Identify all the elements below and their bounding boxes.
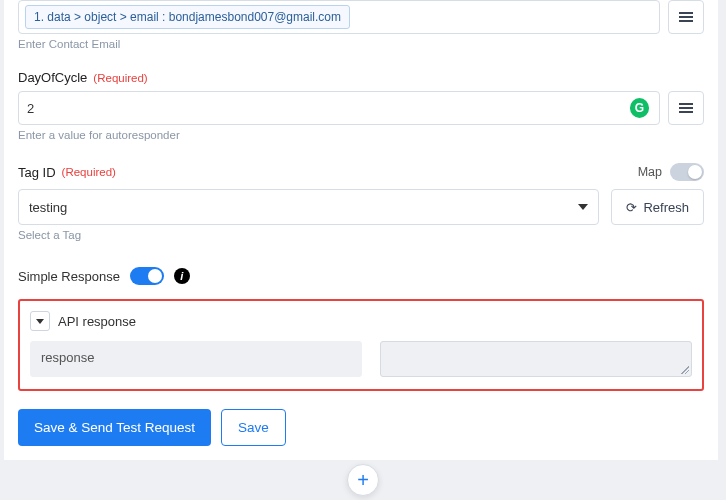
helper-text: Enter a value for autoresponder xyxy=(18,129,704,141)
required-marker: (Required) xyxy=(93,72,147,84)
required-marker: (Required) xyxy=(62,166,116,178)
label-text: Tag ID xyxy=(18,165,56,180)
form-panel: 1. data > object > email : bondjamesbond… xyxy=(4,0,718,460)
menu-icon xyxy=(679,103,693,113)
tag-id-field: Tag ID (Required) Map testing ⟳ Refresh xyxy=(18,163,704,241)
day-of-cycle-input[interactable]: G xyxy=(18,91,660,125)
expand-button[interactable] xyxy=(30,311,50,331)
menu-button[interactable] xyxy=(668,91,704,125)
field-label: Tag ID (Required) xyxy=(18,165,116,180)
tag-id-select[interactable]: testing xyxy=(18,189,599,225)
chevron-down-icon xyxy=(578,204,588,210)
map-toggle[interactable] xyxy=(670,163,704,181)
save-send-test-button[interactable]: Save & Send Test Request xyxy=(18,409,211,446)
select-value: testing xyxy=(29,200,67,215)
api-response-title: API response xyxy=(58,314,136,329)
data-pill[interactable]: 1. data > object > email : bondjamesbond… xyxy=(25,5,350,29)
contact-email-field: 1. data > object > email : bondjamesbond… xyxy=(18,0,704,50)
api-response-section: API response response xyxy=(18,299,704,391)
save-button[interactable]: Save xyxy=(221,409,286,446)
day-of-cycle-text[interactable] xyxy=(27,101,630,116)
simple-response-label: Simple Response xyxy=(18,269,120,284)
action-buttons: Save & Send Test Request Save xyxy=(18,409,704,446)
refresh-button[interactable]: ⟳ Refresh xyxy=(611,189,704,225)
refresh-icon: ⟳ xyxy=(626,200,637,215)
info-icon[interactable]: i xyxy=(174,268,190,284)
add-step-button[interactable]: + xyxy=(347,464,379,496)
menu-icon xyxy=(679,12,693,22)
simple-response-row: Simple Response i xyxy=(18,267,704,285)
map-control: Map xyxy=(638,163,704,181)
field-label: DayOfCycle (Required) xyxy=(18,70,704,85)
api-response-body-textarea[interactable] xyxy=(380,341,692,377)
helper-text: Enter Contact Email xyxy=(18,38,704,50)
helper-text: Select a Tag xyxy=(18,229,704,241)
api-response-key-input[interactable]: response xyxy=(30,341,362,377)
label-text: DayOfCycle xyxy=(18,70,87,85)
contact-email-input[interactable]: 1. data > object > email : bondjamesbond… xyxy=(18,0,660,34)
map-label: Map xyxy=(638,165,662,179)
menu-button[interactable] xyxy=(668,0,704,34)
grammarly-icon: G xyxy=(630,98,649,118)
day-of-cycle-field: DayOfCycle (Required) G Enter a value fo… xyxy=(18,70,704,141)
chevron-down-icon xyxy=(36,319,44,324)
refresh-label: Refresh xyxy=(643,200,689,215)
simple-response-toggle[interactable] xyxy=(130,267,164,285)
